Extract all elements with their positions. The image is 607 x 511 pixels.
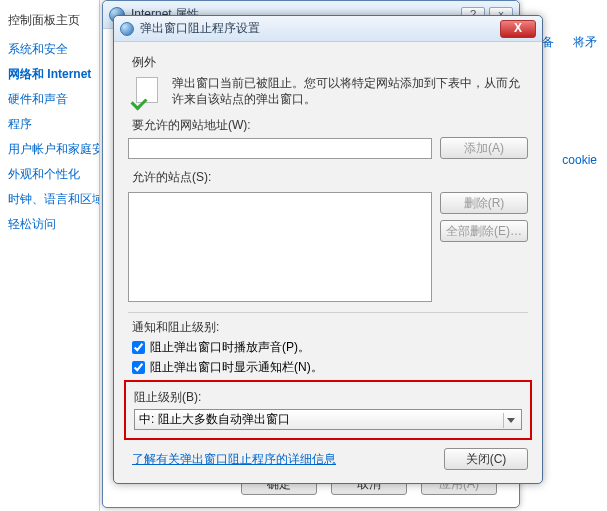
- sidebar-item-programs[interactable]: 程序: [6, 112, 99, 137]
- show-bar-label: 阻止弹出窗口时显示通知栏(N)。: [150, 359, 323, 376]
- sidebar-item-clock[interactable]: 时钟、语言和区域: [6, 187, 99, 212]
- cp-home-label[interactable]: 控制面板主页: [6, 8, 99, 37]
- cp-right-fragments: 备 将矛 cookie: [534, 34, 597, 167]
- exceptions-description: 弹出窗口当前已被阻止。您可以将特定网站添加到下表中，从而允许来自该站点的弹出窗口…: [172, 75, 524, 107]
- learn-more-link[interactable]: 了解有关弹出窗口阻止程序的详细信息: [132, 451, 336, 468]
- sidebar-item-access[interactable]: 轻松访问: [6, 212, 99, 237]
- play-sound-checkbox[interactable]: [132, 341, 145, 354]
- note-check-icon: [132, 75, 164, 107]
- win2-body: 例外 弹出窗口当前已被阻止。您可以将特定网站添加到下表中，从而允许来自该站点的弹…: [114, 42, 542, 480]
- sidebar-item-network[interactable]: 网络和 Internet: [6, 62, 99, 87]
- exceptions-heading: 例外: [132, 54, 528, 71]
- chevron-down-icon[interactable]: [503, 413, 518, 428]
- highlight-box: 阻止级别(B): 中: 阻止大多数自动弹出窗口: [124, 380, 532, 440]
- sidebar-item-accounts[interactable]: 用户帐户和家庭安: [6, 137, 99, 162]
- sidebar-item-appearance[interactable]: 外观和个性化: [6, 162, 99, 187]
- show-bar-checkbox-row[interactable]: 阻止弹出窗口时显示通知栏(N)。: [132, 359, 528, 376]
- win2-close-button[interactable]: X: [500, 20, 536, 38]
- notif-heading: 通知和阻止级别:: [132, 319, 528, 336]
- remove-all-button[interactable]: 全部删除(E)…: [440, 220, 528, 242]
- allowed-sites-label: 允许的站点(S):: [132, 169, 528, 186]
- sidebar-item-system[interactable]: 系统和安全: [6, 37, 99, 62]
- show-bar-checkbox[interactable]: [132, 361, 145, 374]
- sidebar-item-hardware[interactable]: 硬件和声音: [6, 87, 99, 112]
- address-input[interactable]: [128, 138, 432, 159]
- blocking-level-combobox[interactable]: 中: 阻止大多数自动弹出窗口: [134, 409, 522, 430]
- popup-blocker-settings-dialog: 弹出窗口阻止程序设置 X 例外 弹出窗口当前已被阻止。您可以将特定网站添加到下表…: [113, 15, 543, 484]
- play-sound-label: 阻止弹出窗口时播放声音(P)。: [150, 339, 310, 356]
- dialog-close-button[interactable]: 关闭(C): [444, 448, 528, 470]
- allowed-sites-listbox[interactable]: [128, 192, 432, 302]
- blocking-level-label: 阻止级别(B):: [134, 389, 522, 406]
- play-sound-checkbox-row[interactable]: 阻止弹出窗口时播放声音(P)。: [132, 339, 528, 356]
- win2-title-text: 弹出窗口阻止程序设置: [140, 20, 500, 37]
- add-button[interactable]: 添加(A): [440, 137, 528, 159]
- cookie-link[interactable]: cookie: [562, 153, 597, 167]
- blocking-level-value: 中: 阻止大多数自动弹出窗口: [139, 411, 290, 428]
- globe-icon: [120, 22, 134, 36]
- control-panel-sidebar: 控制面板主页 系统和安全 网络和 Internet 硬件和声音 程序 用户帐户和…: [0, 0, 100, 511]
- remove-button[interactable]: 删除(R): [440, 192, 528, 214]
- win2-titlebar[interactable]: 弹出窗口阻止程序设置 X: [114, 16, 542, 42]
- address-label: 要允许的网站地址(W):: [132, 117, 528, 134]
- divider: [128, 312, 528, 313]
